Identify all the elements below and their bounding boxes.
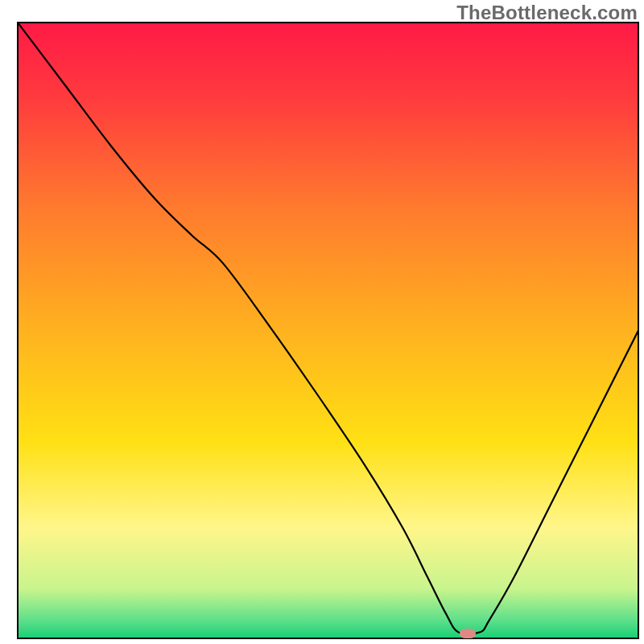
bottleneck-chart	[0, 0, 644, 644]
gradient-background	[18, 23, 638, 638]
optimal-point-marker	[460, 629, 476, 638]
chart-container: TheBottleneck.com	[0, 0, 644, 644]
watermark-text: TheBottleneck.com	[456, 2, 638, 24]
